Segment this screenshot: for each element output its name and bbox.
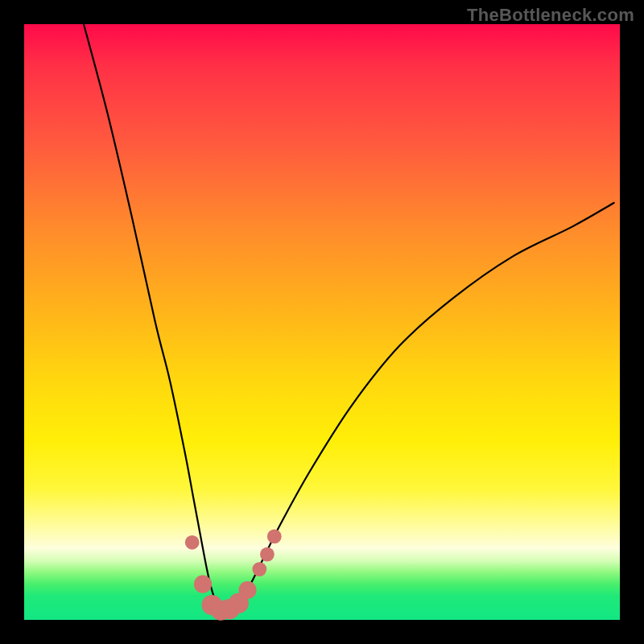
chart-svg <box>24 24 620 620</box>
curve-marker <box>185 535 200 550</box>
chart-frame: TheBottleneck.com <box>0 0 644 644</box>
curve-marker <box>194 576 212 593</box>
curve-marker <box>260 547 275 562</box>
watermark-text: TheBottleneck.com <box>467 5 634 26</box>
curve-markers <box>185 530 282 621</box>
curve-marker <box>252 562 266 576</box>
curve-marker <box>238 581 256 599</box>
curve-marker <box>267 530 282 544</box>
bottleneck-curve <box>84 24 614 611</box>
